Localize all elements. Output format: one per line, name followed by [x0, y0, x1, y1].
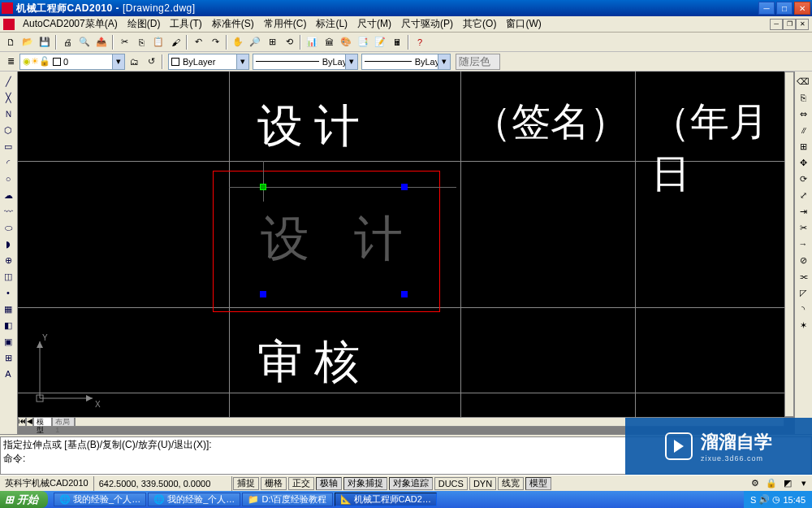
line-icon[interactable]: ╱: [0, 73, 16, 89]
menu-tools[interactable]: 工具(T): [165, 15, 206, 33]
spline-icon[interactable]: 〰: [0, 203, 16, 219]
menu-standard[interactable]: 标准件(S): [207, 15, 259, 33]
polygon-icon[interactable]: ⬡: [0, 122, 16, 138]
point-icon[interactable]: •: [0, 284, 16, 301]
chamfer-icon[interactable]: ◸: [795, 284, 811, 301]
color-select[interactable]: ByLayer ▾: [168, 54, 249, 70]
model-space[interactable]: 设 计 （签名） （年月日 设 计 审 核 X Y: [18, 72, 784, 417]
osnap-toggle[interactable]: 对象捕捉: [343, 477, 387, 490]
vertical-scrollbar[interactable]: [784, 72, 794, 417]
task-item[interactable]: 🌐 我的经验_个人…: [54, 493, 146, 506]
status-lock-icon[interactable]: 🔒: [763, 475, 780, 492]
undo-icon[interactable]: ↶: [190, 34, 206, 50]
plotstyle-input[interactable]: [456, 54, 500, 70]
mdi-minimize[interactable]: ─: [770, 19, 783, 30]
design-center-icon[interactable]: 🏛: [321, 34, 337, 50]
mtext-icon[interactable]: A: [0, 366, 16, 382]
chevron-down-icon[interactable]: ▾: [236, 54, 248, 69]
cut-icon[interactable]: ✂: [116, 34, 132, 50]
tray-icon[interactable]: ◷: [772, 494, 780, 505]
match-icon[interactable]: 🖌: [167, 34, 184, 50]
tray-icon[interactable]: 🔊: [758, 494, 770, 505]
mirror-icon[interactable]: ⇔: [795, 106, 811, 122]
arc-icon[interactable]: ◜: [0, 154, 16, 171]
paste-icon[interactable]: 📋: [150, 34, 166, 50]
stretch-icon[interactable]: ⇥: [795, 203, 811, 219]
menu-dimdrive[interactable]: 尺寸驱动(P): [396, 15, 458, 33]
grip-basepoint[interactable]: [260, 184, 266, 190]
array-icon[interactable]: ⊞: [795, 138, 811, 154]
move-icon[interactable]: ✥: [795, 154, 811, 171]
print-icon[interactable]: 🖨: [59, 34, 76, 50]
ortho-toggle[interactable]: 正交: [288, 477, 314, 490]
model-toggle[interactable]: 模型: [525, 477, 551, 490]
new-icon[interactable]: 🗋: [2, 34, 19, 50]
calc-icon[interactable]: 🖩: [389, 34, 405, 50]
tab-nav-prev[interactable]: ◀: [26, 417, 33, 427]
ellipse-icon[interactable]: ⬭: [0, 219, 16, 236]
tab-layout1[interactable]: 布局1: [52, 417, 75, 427]
tray-icon[interactable]: S: [750, 495, 756, 505]
otrack-toggle[interactable]: 对象追踪: [389, 477, 433, 490]
polyline-icon[interactable]: Ｎ: [0, 106, 16, 122]
layer-states-icon[interactable]: 🗂: [126, 54, 142, 70]
dyn-toggle[interactable]: DYN: [469, 477, 496, 490]
scale-icon[interactable]: ⤢: [795, 187, 811, 203]
status-menu-icon[interactable]: ▾: [796, 475, 812, 492]
rectangle-icon[interactable]: ▭: [0, 138, 16, 154]
table-icon[interactable]: ⊞: [0, 350, 16, 366]
menu-other[interactable]: 其它(O): [458, 15, 501, 33]
snap-toggle[interactable]: 捕捉: [233, 477, 259, 490]
insert-block-icon[interactable]: ⊕: [0, 252, 16, 268]
grip-corner[interactable]: [260, 291, 266, 297]
menu-window[interactable]: 窗口(W): [501, 15, 546, 33]
mdi-restore[interactable]: ❐: [783, 19, 796, 30]
preview-icon[interactable]: 🔍: [76, 34, 93, 50]
pan-icon[interactable]: ✋: [230, 34, 246, 50]
menu-annotate[interactable]: 标注(L): [311, 15, 352, 33]
grid-toggle[interactable]: 栅格: [261, 477, 287, 490]
explode-icon[interactable]: ✶: [795, 317, 811, 333]
revcloud-icon[interactable]: ☁: [0, 187, 16, 203]
layer-prev-icon[interactable]: ↺: [143, 54, 159, 70]
join-icon[interactable]: ⫘: [795, 268, 811, 284]
zoom-prev-icon[interactable]: ⟲: [281, 34, 297, 50]
mdi-close[interactable]: ✕: [796, 19, 809, 30]
tab-model[interactable]: 模型: [33, 417, 52, 427]
zoom-win-icon[interactable]: ⊞: [264, 34, 280, 50]
region-icon[interactable]: ▣: [0, 333, 16, 350]
maximize-button[interactable]: □: [776, 2, 793, 15]
lineweight-select[interactable]: ByLayer ▾: [361, 54, 451, 70]
linetype-select[interactable]: ByLayer ▾: [253, 54, 358, 70]
layer-select[interactable]: ◉ ☀ 🔓 0 ▾: [19, 54, 125, 70]
xline-icon[interactable]: ╳: [0, 89, 16, 106]
task-item[interactable]: 🌐 我的经验_个人…: [148, 493, 240, 506]
minimize-button[interactable]: ─: [758, 2, 775, 15]
redo-icon[interactable]: ↷: [207, 34, 223, 50]
chevron-down-icon[interactable]: ▾: [112, 54, 124, 69]
save-icon[interactable]: 💾: [37, 34, 53, 50]
make-block-icon[interactable]: ◫: [0, 268, 16, 284]
polar-toggle[interactable]: 极轴: [316, 477, 342, 490]
system-tray[interactable]: S 🔊 ◷ 15:45: [744, 491, 812, 508]
task-item-active[interactable]: 📐 机械工程师CAD2…: [335, 493, 437, 506]
open-icon[interactable]: 📂: [19, 34, 36, 50]
ellipse-arc-icon[interactable]: ◗: [0, 236, 16, 252]
sheet-set-icon[interactable]: 📑: [355, 34, 371, 50]
lwt-toggle[interactable]: 线宽: [498, 477, 524, 490]
status-annot-icon[interactable]: ◩: [780, 475, 796, 492]
markup-icon[interactable]: 📝: [372, 34, 388, 50]
tool-palette-icon[interactable]: 🎨: [338, 34, 354, 50]
menu-dimension[interactable]: 尺寸(M): [352, 15, 396, 33]
grip-corner[interactable]: [401, 184, 408, 190]
copy-icon[interactable]: ⎘: [133, 34, 149, 50]
tab-nav-first[interactable]: ⏮: [18, 417, 26, 427]
copy-obj-icon[interactable]: ⎘: [795, 89, 811, 106]
gradient-icon[interactable]: ◧: [0, 317, 16, 333]
properties-icon[interactable]: 📊: [304, 34, 320, 50]
layer-mgr-icon[interactable]: ≣: [2, 54, 19, 70]
fillet-icon[interactable]: ◝: [795, 301, 811, 317]
break-icon[interactable]: ⊘: [795, 252, 811, 268]
task-item[interactable]: 📁 D:\百度经验教程: [242, 493, 332, 506]
chevron-down-icon[interactable]: ▾: [438, 54, 450, 69]
